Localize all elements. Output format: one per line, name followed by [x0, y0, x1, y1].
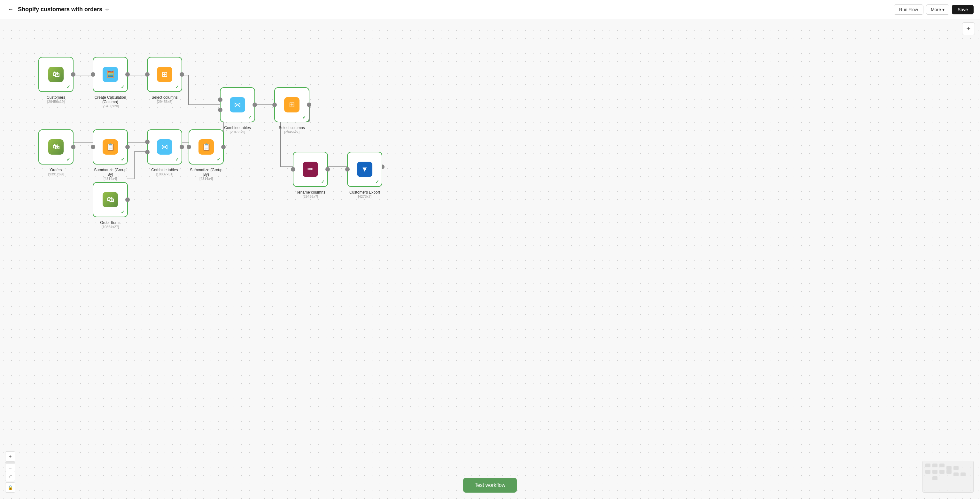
- more-label: More: [931, 7, 941, 12]
- node-combine-tables-2[interactable]: ⋈ ✓: [147, 129, 182, 165]
- node-orders[interactable]: 🛍 ✓: [38, 129, 73, 165]
- columns-icon: ⊞: [284, 97, 299, 113]
- input-dot[interactable]: [91, 145, 95, 149]
- output-dot[interactable]: [253, 103, 257, 107]
- input-dot-top[interactable]: [145, 140, 150, 144]
- node-orders-title: Orders: [38, 168, 73, 172]
- output-dot[interactable]: [125, 72, 130, 77]
- node-customers[interactable]: 🛍 ✓: [38, 57, 73, 92]
- node-order-items-sublabel: [10864x27]: [93, 225, 128, 229]
- node-select-cols-2-title: Select columns: [274, 126, 309, 130]
- node-select-cols-2[interactable]: ⊞ ✓: [274, 87, 309, 122]
- node-summarize-2[interactable]: 📋 ✓: [189, 129, 224, 165]
- node-customers-title: Customers: [38, 95, 73, 100]
- node-select-cols-1[interactable]: ⊞ ✓: [147, 57, 182, 92]
- node-customers-export[interactable]: ▼ ✓: [347, 152, 382, 187]
- node-create-calc[interactable]: 🧮 ✓: [93, 57, 128, 92]
- node-summarize-1-label: Summarize (Group By) [4314x4]: [93, 168, 128, 181]
- node-rename-cols[interactable]: ✏ ✓: [293, 152, 328, 187]
- output-dot[interactable]: [180, 145, 184, 149]
- node-summarize-2-title: Summarize (Group By): [189, 168, 224, 176]
- input-dot-bottom[interactable]: [218, 108, 223, 112]
- node-summarize-1[interactable]: 📋 ✓: [93, 129, 128, 165]
- check-icon: ✓: [67, 157, 70, 162]
- node-customers-export-label: Customers Export [4273x7]: [347, 190, 382, 199]
- test-workflow-button[interactable]: Test workflow: [463, 478, 517, 493]
- shopify-icon: 🛍: [48, 139, 64, 155]
- workflow-canvas[interactable]: 🛍 ✓ Customers [29456x19] 🧮 ✓ Create Calc…: [0, 19, 980, 499]
- node-combine-tables-2-title: Combine tables: [147, 168, 182, 172]
- node-select-cols-1-sublabel: [29456x5]: [147, 100, 182, 103]
- node-rename-cols-sublabel: [29456x7]: [293, 195, 328, 199]
- check-icon: ✓: [175, 157, 179, 162]
- output-dot[interactable]: [125, 145, 130, 149]
- chevron-down-icon: ▾: [942, 7, 945, 12]
- check-icon: ✓: [321, 179, 325, 184]
- rename-icon: ✏: [303, 162, 318, 177]
- input-dot[interactable]: [345, 167, 350, 172]
- node-rename-cols-title: Rename columns: [293, 190, 328, 195]
- node-customers-export-title: Customers Export: [347, 190, 382, 195]
- summarize-icon: 📋: [199, 139, 214, 155]
- node-customers-export-sublabel: [4273x7]: [347, 195, 382, 199]
- node-order-items-title: Order Items: [93, 221, 128, 225]
- fit-view-button[interactable]: ⤢: [5, 471, 15, 481]
- svg-rect-22: [939, 464, 945, 467]
- output-dot[interactable]: [307, 103, 311, 107]
- node-combine-tables-2-label: Combine tables [10837x31]: [147, 168, 182, 176]
- lock-button[interactable]: 🔒: [5, 482, 15, 493]
- input-dot[interactable]: [187, 145, 191, 149]
- svg-rect-23: [947, 466, 951, 470]
- node-combine-tables-1-title: Combine tables: [220, 126, 255, 130]
- columns-icon: ⊞: [157, 67, 172, 82]
- page-title: Shopify customers with orders: [18, 6, 102, 13]
- input-dot-bottom[interactable]: [145, 150, 150, 154]
- calculator-icon: 🧮: [103, 67, 118, 82]
- input-dot-top[interactable]: [218, 97, 223, 102]
- save-button[interactable]: Save: [952, 5, 974, 14]
- back-button[interactable]: ←: [6, 5, 15, 14]
- output-dot[interactable]: [221, 145, 226, 149]
- add-node-button[interactable]: +: [962, 22, 975, 35]
- node-create-calc-sublabel: [29456x20]: [93, 104, 128, 108]
- output-dot[interactable]: [125, 197, 130, 202]
- more-button[interactable]: More ▾: [926, 5, 949, 15]
- svg-rect-24: [953, 466, 959, 470]
- summarize-icon: 📋: [103, 139, 118, 155]
- shopify-icon: 🛍: [48, 67, 64, 82]
- node-combine-tables-2-sublabel: [10837x31]: [147, 172, 182, 176]
- combine-icon: ⋈: [157, 139, 172, 155]
- input-dot[interactable]: [272, 103, 277, 107]
- node-orders-label: Orders [9391x69]: [38, 168, 73, 176]
- node-create-calc-label: Create Calculation (Column) [29456x20]: [93, 95, 128, 108]
- output-dot[interactable]: [71, 145, 75, 149]
- mini-map-svg: [923, 461, 974, 493]
- check-icon: ✓: [248, 115, 252, 120]
- header-right: Run Flow More ▾ Save: [894, 5, 974, 15]
- node-combine-tables-1[interactable]: ⋈ ✓: [220, 87, 255, 122]
- output-dot[interactable]: [180, 72, 184, 77]
- node-select-cols-2-label: Select columns [29456x7]: [274, 126, 309, 134]
- svg-rect-21: [932, 464, 937, 467]
- input-dot[interactable]: [145, 72, 150, 77]
- zoom-divider: [5, 462, 15, 462]
- svg-rect-26: [932, 470, 937, 474]
- combine-icon: ⋈: [230, 97, 245, 113]
- node-order-items[interactable]: 🛍 ✓: [93, 182, 128, 217]
- check-icon: ✓: [217, 157, 221, 162]
- check-icon: ✓: [121, 157, 125, 162]
- check-icon: ✓: [175, 84, 179, 89]
- svg-rect-29: [953, 472, 959, 476]
- node-select-cols-1-title: Select columns: [147, 95, 182, 100]
- output-dot[interactable]: [325, 167, 330, 172]
- run-flow-button[interactable]: Run Flow: [894, 5, 923, 15]
- output-dot[interactable]: [71, 72, 75, 77]
- header-left: ← Shopify customers with orders ✏: [6, 5, 109, 14]
- input-dot[interactable]: [291, 167, 295, 172]
- edit-icon[interactable]: ✏: [105, 7, 109, 12]
- zoom-in-button[interactable]: +: [5, 451, 15, 462]
- mini-map: [923, 461, 974, 493]
- input-dot[interactable]: [91, 72, 95, 77]
- node-summarize-2-label: Summarize (Group By) [4314x4]: [189, 168, 224, 181]
- zoom-controls: + −: [5, 451, 15, 474]
